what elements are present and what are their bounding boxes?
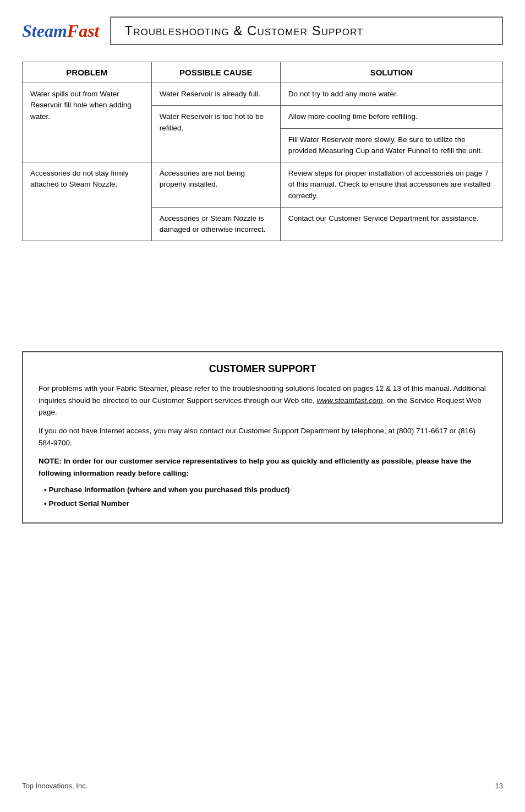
support-paragraph-2: If you do not have internet access, you … [39, 425, 486, 449]
logo-steam: Steam [22, 21, 67, 41]
support-link[interactable]: www.steamfast.com [317, 396, 383, 405]
support-paragraph-1: For problems with your Fabric Steamer, p… [39, 383, 486, 418]
troubleshooting-table: PROBLEM POSSIBLE CAUSE SOLUTION Water sp… [22, 62, 503, 241]
cause-cell-1b: Water Reservoir is too hot to be refille… [151, 106, 280, 162]
page-title: Troubleshooting & Customer Support [124, 23, 363, 39]
support-title: CUSTOMER SUPPORT [39, 363, 486, 375]
cause-cell-1a: Water Reservoir is already full. [151, 83, 280, 106]
cause-cell-2b: Accessories or Steam Nozzle is damaged o… [151, 207, 280, 241]
logo-text: SteamFast [22, 21, 99, 41]
header-title-box: Troubleshooting & Customer Support [110, 17, 503, 45]
list-item: • Purchase information (where and when y… [44, 483, 486, 497]
table-row: Accessories do not stay firmly attached … [23, 162, 503, 208]
solution-cell-2a: Review steps for proper installation of … [280, 162, 502, 208]
customer-support-section: CUSTOMER SUPPORT For problems with your … [22, 351, 503, 524]
support-bullets: • Purchase information (where and when y… [39, 483, 486, 510]
page-footer: Top Innovations, Inc. 13 [22, 782, 503, 790]
solution-cell-1b: Allow more cooling time before refilling… [280, 106, 502, 128]
solution-cell-1c: Fill Water Reservoir more slowly. Be sur… [280, 128, 502, 162]
spacer [22, 263, 503, 351]
solution-cell-1a: Do not try to add any more water. [280, 83, 502, 106]
col-cause: POSSIBLE CAUSE [151, 62, 280, 83]
footer-company: Top Innovations, Inc. [22, 782, 88, 790]
page-header: SteamFast Troubleshooting & Customer Sup… [22, 17, 503, 45]
problem-cell-1: Water spills out from Water Reservoir fi… [23, 83, 152, 162]
solution-cell-2b: Contact our Customer Service Department … [280, 207, 502, 241]
support-note: NOTE: In order for our customer service … [39, 455, 486, 479]
logo-fast: Fast [67, 21, 100, 41]
list-item: • Product Serial Number [44, 497, 486, 510]
col-problem: PROBLEM [23, 62, 152, 83]
col-solution: SOLUTION [280, 62, 502, 83]
footer-page: 13 [495, 782, 503, 790]
logo: SteamFast [22, 17, 105, 45]
cause-cell-2a: Accessories are not being properly insta… [151, 162, 280, 208]
table-row: Water spills out from Water Reservoir fi… [23, 83, 503, 106]
problem-cell-2: Accessories do not stay firmly attached … [23, 162, 152, 241]
